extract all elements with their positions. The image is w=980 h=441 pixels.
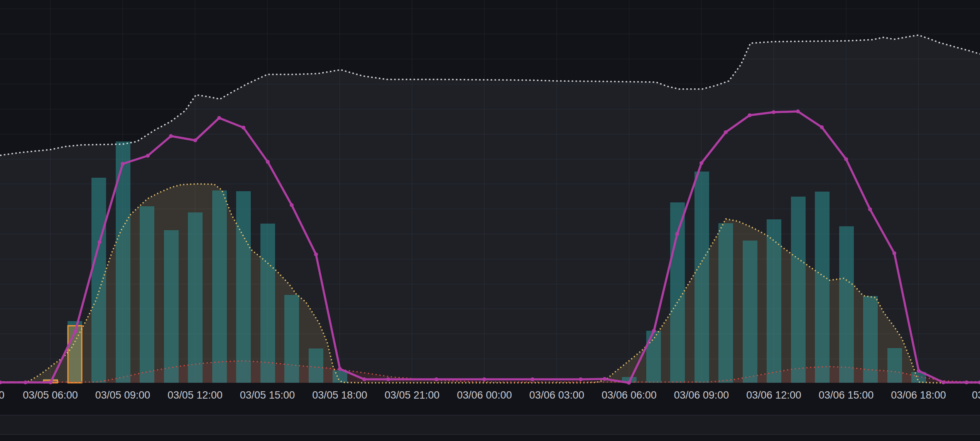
magenta-point-marker[interactable] — [844, 157, 848, 161]
x-axis: 003/05 06:0003/05 09:0003/05 12:0003/05 … — [0, 389, 980, 401]
magenta-point-marker[interactable] — [917, 369, 921, 373]
panel-gap-bands — [0, 415, 980, 441]
magenta-point-marker[interactable] — [290, 203, 294, 207]
magenta-point-marker[interactable] — [675, 232, 679, 236]
x-axis-label: 03/06 12:00 — [746, 389, 801, 401]
magenta-point-marker[interactable] — [24, 380, 27, 384]
x-axis-label: 03/06 15:00 — [819, 389, 874, 401]
magenta-point-marker[interactable] — [579, 377, 583, 381]
magenta-point-marker[interactable] — [748, 113, 752, 117]
teal-bar[interactable] — [284, 295, 299, 383]
teal-bar[interactable] — [743, 241, 757, 383]
teal-bar[interactable] — [91, 178, 106, 383]
magenta-point-marker[interactable] — [796, 109, 800, 113]
magenta-point-marker[interactable] — [121, 162, 125, 166]
x-axis-label: 03/05 12:00 — [167, 389, 223, 401]
magenta-point-marker[interactable] — [314, 252, 318, 256]
teal-bar[interactable] — [646, 331, 661, 383]
x-axis-label: 03/06 18:00 — [891, 389, 946, 401]
magenta-point-marker[interactable] — [362, 377, 366, 381]
magenta-point-marker[interactable] — [531, 377, 534, 381]
teal-bar[interactable] — [309, 348, 323, 383]
magenta-point-marker[interactable] — [169, 134, 173, 138]
x-axis-label: 03/06 03:00 — [529, 389, 585, 401]
teal-bar[interactable] — [164, 230, 179, 383]
teal-bar[interactable] — [140, 206, 154, 383]
teal-bar[interactable] — [212, 190, 227, 383]
magenta-point-marker[interactable] — [892, 251, 896, 255]
magenta-point-marker[interactable] — [627, 381, 631, 385]
magenta-point-marker[interactable] — [603, 377, 607, 381]
magenta-point-marker[interactable] — [724, 130, 728, 134]
x-axis-label: 03/06 00:00 — [457, 389, 512, 401]
magenta-point-marker[interactable] — [193, 138, 197, 142]
teal-bar[interactable] — [236, 191, 251, 383]
magenta-point-marker[interactable] — [242, 126, 245, 130]
x-axis-label: 03/05 09:00 — [95, 389, 150, 401]
teal-bar[interactable] — [694, 172, 709, 383]
x-axis-label: 0 — [0, 389, 5, 401]
dashboard-gap — [0, 415, 980, 434]
next-panel-top — [0, 434, 980, 441]
magenta-point-marker[interactable] — [266, 160, 270, 164]
magenta-point-marker[interactable] — [338, 367, 342, 371]
magenta-point-marker[interactable] — [146, 154, 150, 158]
teal-bar[interactable] — [887, 348, 902, 383]
magenta-point-marker[interactable] — [49, 380, 52, 384]
x-axis-label: 03/05 21:00 — [385, 389, 440, 401]
time-series-panel: 003/05 06:0003/05 09:0003/05 12:0003/05 … — [0, 0, 980, 441]
teal-bar[interactable] — [333, 370, 347, 383]
x-axis-label: 03/06 09:00 — [674, 389, 729, 401]
magenta-point-marker[interactable] — [73, 330, 77, 333]
magenta-point-marker[interactable] — [652, 329, 656, 333]
magenta-point-marker[interactable] — [434, 377, 438, 381]
magenta-point-marker[interactable] — [482, 377, 486, 381]
x-axis-label: 03/05 15:00 — [240, 389, 295, 401]
magenta-point-marker[interactable] — [820, 125, 824, 129]
x-axis-label: 03/05 18:00 — [312, 389, 367, 401]
teal-bar[interactable] — [188, 212, 203, 383]
x-axis-label: 03/06 06:00 — [602, 389, 657, 401]
teal-bar[interactable] — [670, 202, 685, 383]
magenta-point-marker[interactable] — [941, 380, 945, 384]
magenta-point-marker[interactable] — [868, 207, 872, 211]
teal-bar[interactable] — [791, 197, 806, 383]
teal-bar[interactable] — [839, 226, 854, 383]
teal-bar[interactable] — [815, 192, 830, 383]
magenta-point-marker[interactable] — [772, 110, 776, 114]
teal-bar[interactable] — [718, 223, 733, 383]
x-axis-label: 03/05 06:00 — [23, 389, 78, 401]
teal-bar[interactable] — [260, 224, 275, 383]
magenta-point-marker[interactable] — [965, 380, 968, 384]
magenta-point-marker[interactable] — [98, 240, 101, 244]
time-series-chart[interactable]: 003/05 06:0003/05 09:0003/05 12:0003/05 … — [0, 0, 980, 441]
magenta-point-marker[interactable] — [700, 161, 703, 165]
magenta-point-marker[interactable] — [217, 116, 221, 120]
magenta-point-marker[interactable] — [386, 377, 390, 381]
x-axis-label: 03/ — [972, 389, 980, 401]
